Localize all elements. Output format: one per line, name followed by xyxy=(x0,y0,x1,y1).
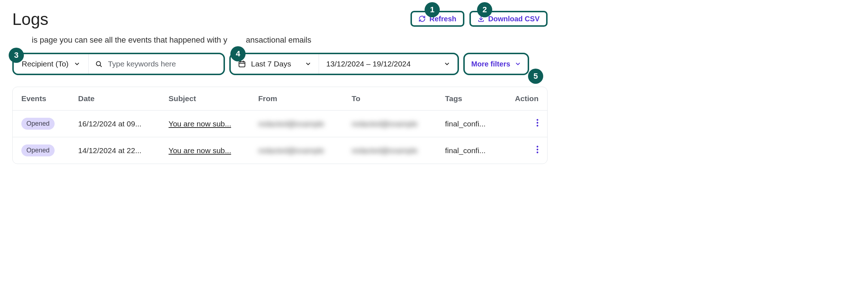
chevron-down-icon xyxy=(301,61,311,67)
cell-to: redacted@example xyxy=(352,146,417,155)
callout-3: 3 xyxy=(9,48,24,63)
cell-tags: final_confi... xyxy=(437,111,501,137)
logs-table: Events Date Subject From To Tags Action … xyxy=(12,87,548,164)
callout-5: 5 xyxy=(528,69,543,84)
subject-link[interactable]: You are now sub... xyxy=(169,146,231,155)
callout-2: 2 xyxy=(477,2,492,17)
search-icon xyxy=(95,60,102,68)
cell-date: 14/12/2024 at 22... xyxy=(69,137,160,164)
svg-point-10 xyxy=(537,149,539,151)
date-range-picker[interactable]: 13/12/2024 – 19/12/2024 xyxy=(319,54,458,74)
cell-from: redacted@example xyxy=(258,120,324,128)
date-preset-label: Last 7 Days xyxy=(251,60,291,68)
download-csv-label: Download CSV xyxy=(488,15,540,22)
chevron-down-icon xyxy=(444,61,450,67)
svg-point-9 xyxy=(537,146,539,148)
search-input[interactable] xyxy=(107,59,212,69)
chevron-down-icon xyxy=(74,61,80,67)
col-from: From xyxy=(250,87,343,111)
callout-1: 1 xyxy=(425,2,440,17)
col-subject: Subject xyxy=(160,87,250,111)
recipient-dropdown[interactable]: Recipient (To) xyxy=(14,54,89,74)
col-action: Action xyxy=(501,87,547,111)
more-filters-label: More filters xyxy=(471,60,510,68)
page-subtitle: On this page you can see all the events … xyxy=(12,35,548,45)
cell-date: 16/12/2024 at 09... xyxy=(69,111,160,137)
search-segment xyxy=(89,54,219,74)
date-range-label: 13/12/2024 – 19/12/2024 xyxy=(326,60,411,68)
svg-line-1 xyxy=(100,65,101,67)
recipient-search-box: Recipient (To) xyxy=(12,53,225,75)
cell-tags: final_confi... xyxy=(437,137,501,164)
row-actions-menu[interactable] xyxy=(536,146,539,155)
cell-to: redacted@example xyxy=(352,120,417,128)
more-filters-button[interactable]: More filters xyxy=(463,53,529,75)
table-row: Opened 16/12/2024 at 09... You are now s… xyxy=(13,111,547,137)
cell-from: redacted@example xyxy=(258,146,324,155)
callout-4: 4 xyxy=(230,46,246,61)
refresh-icon xyxy=(418,15,426,22)
table-row: Opened 14/12/2024 at 22... You are now s… xyxy=(13,137,547,164)
col-tags: Tags xyxy=(437,87,501,111)
svg-point-6 xyxy=(537,119,539,121)
chevron-down-icon xyxy=(515,61,521,67)
svg-rect-2 xyxy=(239,62,245,67)
page-title: Logs xyxy=(12,11,48,27)
row-actions-menu[interactable] xyxy=(536,120,539,129)
event-badge: Opened xyxy=(21,118,55,130)
col-events: Events xyxy=(13,87,69,111)
svg-point-8 xyxy=(537,125,539,127)
col-to: To xyxy=(343,87,436,111)
date-range-box: Last 7 Days 13/12/2024 – 19/12/2024 xyxy=(229,53,459,75)
svg-point-7 xyxy=(537,122,539,124)
recipient-dropdown-label: Recipient (To) xyxy=(22,60,69,68)
subject-link[interactable]: You are now sub... xyxy=(169,120,231,128)
col-date: Date xyxy=(69,87,160,111)
event-badge: Opened xyxy=(21,144,55,156)
svg-point-11 xyxy=(537,152,539,154)
